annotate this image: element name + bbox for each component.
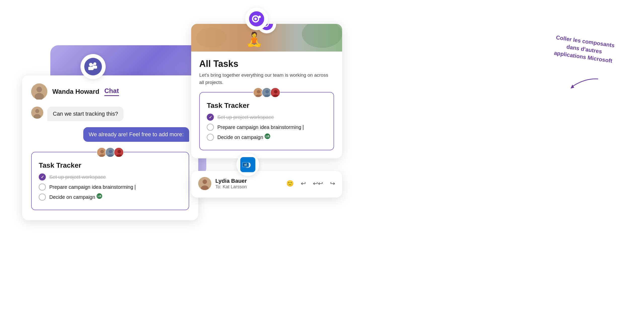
annotation-text: Coller les composantsdans d'autresapplic… — [553, 34, 615, 65]
chat-user-name: Wanda Howard — [52, 88, 99, 96]
chat-message-right-wrapper: We already are! Feel free to add more: — [31, 127, 189, 147]
task-avatar-group-right — [253, 87, 280, 98]
all-tasks-header-image: 🧘 — [191, 24, 342, 52]
teams-chat-card: Wanda Howard Chat Can we start tracking … — [22, 75, 198, 220]
svg-point-7 — [36, 87, 42, 92]
app-logo-circle — [245, 8, 268, 30]
svg-rect-5 — [88, 67, 93, 70]
task-check-empty-r2[interactable] — [207, 124, 214, 131]
outlook-contact-name: Lydia Bauer — [215, 178, 247, 184]
svg-point-16 — [109, 150, 112, 153]
text-cursor-right — [303, 125, 303, 130]
task-check-empty-2[interactable] — [39, 184, 46, 191]
task-text-3-right: Decide on campaign LB — [217, 134, 263, 140]
svg-point-37 — [265, 90, 269, 94]
outlook-email-header: Lydia Bauer To: Kat Larsson 🙂 ↩ ↩↩ ↪ — [198, 177, 335, 190]
teams-logo-icon: T — [84, 58, 102, 75]
all-tasks-title: All Tasks — [199, 59, 334, 69]
task-item-2-left: Prepare campaign idea brainstorming — [39, 184, 182, 191]
svg-point-13 — [100, 150, 104, 153]
annotation-arrow — [566, 69, 601, 98]
svg-point-40 — [274, 90, 277, 94]
task-tracker-title-left: Task Tracker — [39, 161, 182, 169]
outlook-logo-circle: O ol — [236, 153, 259, 176]
text-cursor-left — [135, 185, 135, 190]
chat-message-left: Can we start tracking this? — [31, 107, 189, 121]
svg-text:ol: ol — [244, 163, 247, 166]
task-item-2-right: Prepare campaign idea brainstorming — [207, 124, 327, 131]
message-bubble-right: We already are! Feel free to add more: — [83, 127, 189, 142]
all-tasks-body: All Tasks Let's bring together everythin… — [191, 52, 342, 158]
svg-point-34 — [257, 90, 260, 94]
task-avatar-3 — [114, 147, 124, 157]
outlook-action-icons: 🙂 ↩ ↩↩ ↪ — [286, 180, 335, 187]
task-item-1-left: ✓ Set up project workspace — [39, 173, 182, 180]
task-text-2-left: Prepare campaign idea brainstorming — [49, 184, 135, 190]
svg-point-10 — [35, 109, 39, 113]
reply-icon[interactable]: ↩ — [301, 180, 306, 187]
task-check-empty-r3[interactable] — [207, 134, 214, 141]
task-item-1-right: ✓ Set up project workspace — [207, 114, 327, 121]
svg-point-2 — [93, 62, 96, 65]
forward-icon[interactable]: ↪ — [330, 180, 335, 187]
sender-avatar-small — [31, 107, 43, 119]
all-tasks-card: 🧘 All Tasks Let's bring together everyth… — [191, 24, 342, 158]
svg-point-26 — [196, 28, 226, 48]
emoji-icon[interactable]: 🙂 — [286, 180, 294, 187]
svg-point-19 — [117, 150, 121, 153]
outlook-contact-info: Lydia Bauer To: Kat Larsson — [215, 178, 247, 190]
all-tasks-description: Let's bring together everything our team… — [199, 72, 334, 86]
task-check-empty-3[interactable] — [39, 194, 46, 201]
svg-point-23 — [254, 18, 257, 20]
chat-tab-label[interactable]: Chat — [104, 87, 119, 96]
task-text-1-right: Set up project workspace — [217, 114, 274, 120]
svg-point-48 — [203, 179, 207, 184]
task-avatar-group-left — [97, 147, 124, 157]
task-text-1-left: Set up project workspace — [49, 174, 106, 180]
reply-all-icon[interactable]: ↩↩ — [313, 180, 323, 187]
svg-point-4 — [89, 63, 93, 66]
task-tracker-title-right: Task Tracker — [207, 102, 327, 110]
teams-chat-header: Wanda Howard Chat — [31, 83, 189, 100]
outlook-to-line: To: Kat Larsson — [215, 184, 247, 190]
task-text-2-right: Prepare campaign idea brainstorming — [217, 124, 303, 130]
teams-logo-circle: T — [80, 54, 106, 79]
task-tracker-card-right: Task Tracker ✓ Set up project workspace … — [199, 92, 334, 150]
task-tracker-card-left: Task Tracker ✓ Set up project workspace … — [31, 152, 189, 210]
user-badge-left: LB — [97, 193, 102, 199]
message-bubble-left: Can we start tracking this? — [47, 107, 124, 121]
task-text-3-left: Decide on campaign LB — [49, 194, 95, 200]
task-item-3-right: Decide on campaign LB — [207, 134, 327, 141]
lydia-bauer-avatar — [198, 177, 211, 190]
svg-text:🧘: 🧘 — [246, 31, 263, 48]
wanda-howard-avatar — [31, 83, 47, 100]
outlook-logo-icon: O ol — [240, 157, 255, 172]
task-check-done-1: ✓ — [39, 173, 46, 180]
task-check-done-r1: ✓ — [207, 114, 214, 121]
task-item-3-left: Decide on campaign LB — [39, 194, 182, 201]
svg-point-24 — [258, 16, 261, 18]
task-avatar-r3 — [270, 87, 280, 98]
outlook-card: Lydia Bauer To: Kat Larsson 🙂 ↩ ↩↩ ↪ — [191, 171, 342, 198]
user-badge-right: LB — [265, 133, 270, 139]
app-logo-icon — [249, 11, 264, 26]
